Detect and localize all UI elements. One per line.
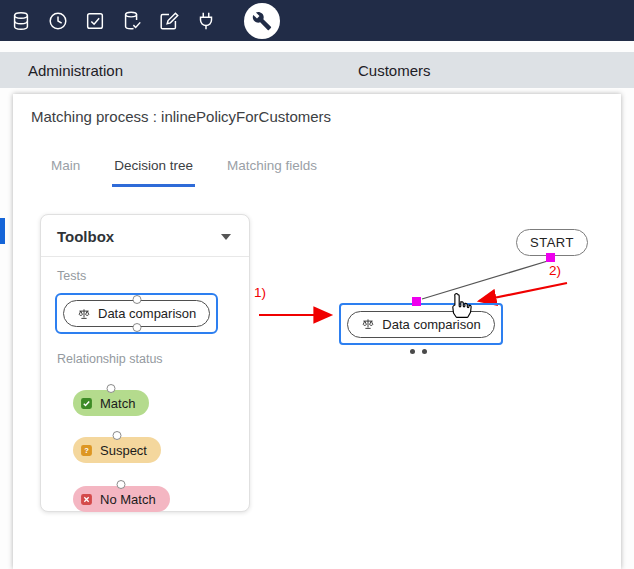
- annotation-label-2: 2): [549, 263, 561, 278]
- annotation-arrow-2: [479, 283, 567, 301]
- start-node[interactable]: START: [516, 229, 588, 256]
- node-input-port-selected[interactable]: [412, 297, 421, 306]
- toolbox-item-label: Data comparison: [98, 306, 196, 321]
- edit-icon[interactable]: [158, 10, 180, 32]
- cross-icon: [80, 493, 93, 506]
- toolbox-test-selection: Data comparison: [55, 293, 218, 334]
- nav-item-customers[interactable]: Customers: [358, 62, 431, 79]
- toolbox-panel: Toolbox Tests Data comparison Relationsh…: [40, 214, 250, 512]
- clock-icon[interactable]: [47, 10, 69, 32]
- toolbox-item-match[interactable]: Match: [73, 390, 149, 416]
- status-label: No Match: [100, 492, 156, 507]
- plug-icon[interactable]: [195, 10, 217, 32]
- toolbox-item-suspect[interactable]: ? Suspect: [73, 437, 161, 463]
- main-panel: Matching process : inlinePolicyForCustom…: [13, 94, 621, 569]
- left-scroll-indicator: [0, 218, 5, 244]
- toolbox-title: Toolbox: [57, 228, 114, 245]
- question-icon: ?: [80, 444, 93, 457]
- check-icon: [80, 397, 93, 410]
- section-label-relationship-status: Relationship status: [57, 352, 249, 366]
- toolbox-item-no-match[interactable]: No Match: [73, 486, 170, 512]
- topbar: [0, 0, 634, 41]
- nav-item-administration[interactable]: Administration: [28, 62, 123, 79]
- section-label-tests: Tests: [57, 269, 249, 283]
- tab-bar: Main Decision tree Matching fields: [13, 152, 349, 187]
- input-port: [112, 431, 121, 440]
- database-check-icon[interactable]: [121, 10, 143, 32]
- svg-text:?: ?: [84, 446, 89, 455]
- page-title: Matching process : inlinePolicyForCustom…: [31, 108, 331, 125]
- toolbox-item-data-comparison[interactable]: Data comparison: [63, 300, 210, 327]
- database-icon[interactable]: [10, 10, 32, 32]
- input-port: [107, 384, 116, 393]
- annotation-label-1: 1): [254, 285, 266, 300]
- tab-main[interactable]: Main: [49, 152, 82, 187]
- node-output-port-2[interactable]: [422, 349, 427, 354]
- status-label: Suspect: [100, 443, 147, 458]
- output-port: [132, 323, 141, 332]
- checklist-icon[interactable]: [84, 10, 106, 32]
- tab-matching-fields[interactable]: Matching fields: [225, 152, 319, 187]
- nav-bar: Administration Customers: [0, 52, 634, 88]
- status-label: Match: [100, 396, 135, 411]
- balance-scale-icon: [361, 317, 375, 331]
- input-port: [117, 480, 126, 489]
- edge-start-to-node[interactable]: [422, 260, 551, 299]
- chevron-down-icon[interactable]: [221, 234, 231, 240]
- node-output-port-1[interactable]: [410, 349, 415, 354]
- tab-decision-tree[interactable]: Decision tree: [112, 152, 195, 187]
- start-node-output-port-selected[interactable]: [546, 253, 555, 262]
- balance-scale-icon: [77, 307, 91, 321]
- wrench-icon[interactable]: [244, 3, 280, 39]
- hand-pointer-cursor: [447, 293, 473, 319]
- toolbox-header: Toolbox: [41, 215, 249, 257]
- data-comparison-node-selection: Data comparison: [339, 303, 503, 345]
- input-port: [132, 295, 141, 304]
